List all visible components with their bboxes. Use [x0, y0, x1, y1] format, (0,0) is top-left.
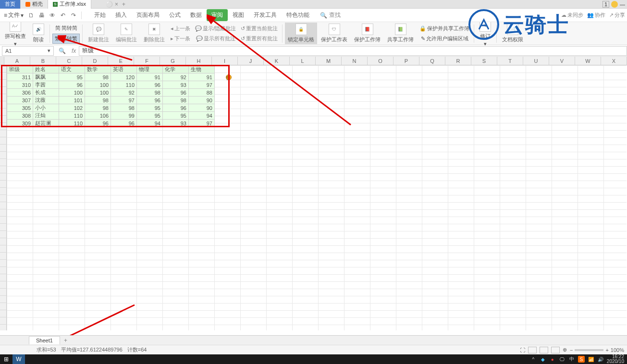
data-cell[interactable]: 98: [85, 97, 111, 104]
col-header-J[interactable]: J: [238, 57, 264, 65]
qat-undo[interactable]: ↶: [58, 11, 68, 20]
data-cell[interactable]: 96: [59, 81, 85, 89]
col-header-C[interactable]: C: [56, 57, 82, 65]
col-header-G[interactable]: G: [160, 57, 186, 65]
data-cell[interactable]: 100: [85, 89, 111, 97]
paste-options-icon[interactable]: !: [226, 74, 232, 80]
data-cell[interactable]: 93: [163, 120, 189, 127]
menu-tab-layout[interactable]: 页面布局: [132, 9, 164, 21]
user-avatar-icon[interactable]: [611, 1, 618, 8]
data-cell[interactable]: 90: [189, 104, 215, 112]
data-cell[interactable]: 沈薇: [33, 97, 59, 104]
col-header-L[interactable]: L: [290, 57, 316, 65]
prev-comment-button[interactable]: ◂ 上一条: [169, 24, 192, 33]
menu-tab-dev[interactable]: 开发工具: [249, 9, 282, 21]
col-header-F[interactable]: F: [134, 57, 160, 65]
read-button[interactable]: 🔊朗读: [30, 23, 47, 44]
col-header-V[interactable]: V: [549, 57, 575, 65]
data-cell[interactable]: 95: [59, 73, 85, 81]
box-indicator[interactable]: 1: [602, 1, 609, 8]
data-cell[interactable]: 309: [7, 120, 33, 127]
data-cell[interactable]: 99: [111, 112, 137, 120]
file-menu[interactable]: ≡ 文件 ▾: [2, 10, 25, 20]
qat-redo[interactable]: ↷: [69, 11, 78, 20]
tab-add[interactable]: +: [118, 1, 129, 8]
data-cell[interactable]: 88: [189, 89, 215, 97]
sheet-add-button[interactable]: +: [60, 336, 71, 345]
col-header-N[interactable]: N: [342, 57, 368, 65]
header-cell[interactable]: 化学: [163, 66, 189, 73]
tray-vol-icon[interactable]: 🔊: [597, 356, 604, 363]
view-normal[interactable]: [528, 347, 537, 353]
col-header-X[interactable]: X: [601, 57, 627, 65]
select-all-corner[interactable]: [0, 57, 4, 65]
data-cell[interactable]: 307: [7, 97, 33, 104]
data-cell[interactable]: 96: [163, 104, 189, 112]
menu-tab-insert[interactable]: 插入: [111, 9, 132, 21]
data-cell[interactable]: 长成: [33, 89, 59, 97]
tray-monitor-icon[interactable]: 🖵: [559, 356, 566, 363]
data-cell[interactable]: 97: [189, 120, 215, 127]
col-header-O[interactable]: O: [368, 57, 393, 65]
data-cell[interactable]: 100: [85, 81, 111, 89]
minimize-icon[interactable]: —: [620, 1, 625, 7]
data-cell[interactable]: 106: [85, 112, 111, 120]
trad-button[interactable]: 繁 简转繁: [52, 34, 80, 44]
data-cell[interactable]: 310: [7, 81, 33, 89]
col-header-H[interactable]: H: [186, 57, 212, 65]
tab-close[interactable]: ×: [115, 1, 118, 8]
data-cell[interactable]: 305: [7, 104, 33, 112]
data-cell[interactable]: 96: [85, 120, 111, 127]
data-cell[interactable]: 110: [59, 112, 85, 120]
header-cell[interactable]: 英语: [111, 66, 137, 73]
data-cell[interactable]: 97: [189, 81, 215, 89]
data-cell[interactable]: 95: [137, 104, 163, 112]
data-cell[interactable]: 306: [7, 89, 33, 97]
col-header-M[interactable]: M: [316, 57, 342, 65]
header-cell[interactable]: 数学: [85, 66, 111, 73]
data-cell[interactable]: 92: [163, 73, 189, 81]
zoom-control[interactable]: − + 100%: [570, 347, 624, 353]
simp-button[interactable]: 简 简转简: [52, 24, 80, 33]
col-header-D[interactable]: D: [82, 57, 108, 65]
data-cell[interactable]: 311: [7, 73, 33, 81]
data-cell[interactable]: 96: [111, 120, 137, 127]
fx-cancel[interactable]: 🔍: [56, 48, 69, 54]
delcomment-button[interactable]: ✖删除批注: [141, 23, 168, 44]
col-header-T[interactable]: T: [497, 57, 523, 65]
col-header-A[interactable]: A: [4, 57, 30, 65]
zoom-in-icon[interactable]: +: [605, 347, 608, 353]
data-cell[interactable]: 110: [59, 120, 85, 127]
newcomment-button[interactable]: 💬新建批注: [85, 23, 112, 44]
showhide-comment-button[interactable]: 💬 显示/隐藏批注: [193, 24, 238, 33]
menu-tab-formula[interactable]: 公式: [164, 9, 185, 21]
col-header-I[interactable]: I: [212, 57, 238, 65]
data-cell[interactable]: 93: [163, 81, 189, 89]
data-cell[interactable]: 308: [7, 112, 33, 120]
qat-preview[interactable]: 👁: [48, 11, 57, 20]
fullscreen-icon[interactable]: ⛶: [520, 347, 525, 353]
col-header-P[interactable]: P: [393, 57, 419, 65]
data-cell[interactable]: 98: [85, 104, 111, 112]
qat-print[interactable]: 🖶: [37, 11, 47, 20]
col-header-Q[interactable]: Q: [419, 57, 445, 65]
data-cell[interactable]: 李茜: [33, 81, 59, 89]
header-cell[interactable]: 生物: [189, 66, 215, 73]
data-cell[interactable]: 101: [59, 97, 85, 104]
data-cell[interactable]: 95: [163, 112, 189, 120]
name-box[interactable]: A1▾: [2, 46, 54, 56]
data-cell[interactable]: 92: [111, 89, 137, 97]
header-cell[interactable]: 班级: [7, 66, 33, 73]
data-cell[interactable]: 97: [111, 97, 137, 104]
cells-area[interactable]: 班级姓名语文数学英语物理化学生物311飘飘9598120919291310李茜9…: [7, 65, 627, 330]
search-box[interactable]: 🔍 查找: [320, 11, 341, 19]
data-cell[interactable]: 91: [137, 73, 163, 81]
formula-input[interactable]: 班级: [79, 46, 627, 56]
data-cell[interactable]: 小小: [33, 104, 59, 112]
start-button[interactable]: ⊞: [0, 354, 12, 364]
protectsheet-button[interactable]: 🛡保护工作表: [318, 23, 350, 44]
menu-tab-start[interactable]: 开始: [89, 9, 111, 21]
sheet-tab-1[interactable]: Sheet1: [29, 336, 60, 344]
data-cell[interactable]: 110: [111, 81, 137, 89]
tray-up-icon[interactable]: ^: [530, 356, 537, 363]
